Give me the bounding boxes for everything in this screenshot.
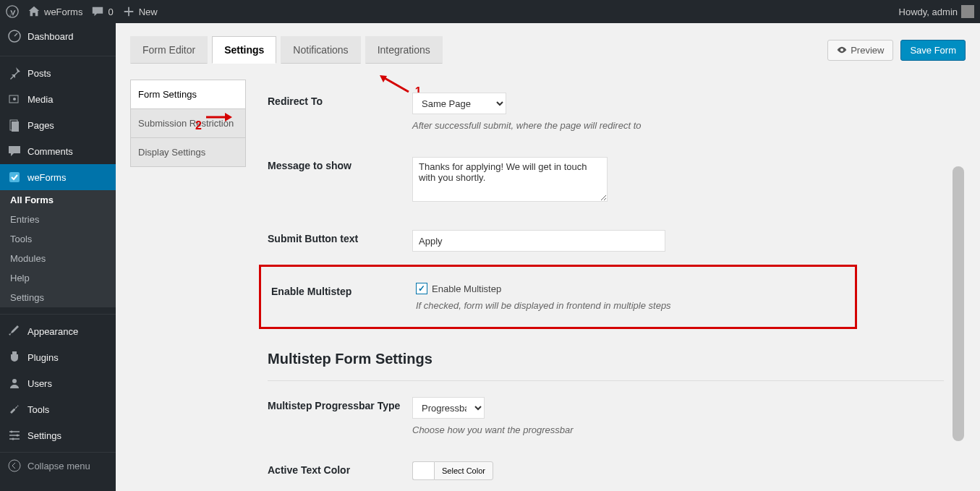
svg-point-7 [12,379,17,383]
message-textarea[interactable]: Thanks for applying! We will get in touc… [412,157,608,202]
site-home-link[interactable]: weForms [27,5,82,18]
progressbar-type-label: Multistep Progressbar Type [268,397,412,411]
dashboard-icon [7,29,22,43]
multistep-heading: Multistep Form Settings [268,329,944,381]
speech-icon [91,5,104,18]
save-form-button[interactable]: Save Form [900,40,966,61]
redirect-to-select[interactable]: Same Page [412,93,506,114]
pages-icon [7,118,22,132]
sidebar-sub-all-forms[interactable]: All Forms [0,190,116,210]
svg-point-10 [12,438,14,440]
preview-button[interactable]: Preview [827,40,893,61]
tab-notifications[interactable]: Notifications [281,36,360,64]
avatar [961,5,974,18]
svg-point-3 [13,98,16,101]
admin-bar: weForms 0 New Howdy, admin [0,0,980,23]
highlight-enable-multistep: Enable Multistep Enable Multistep If che… [259,265,857,329]
tab-integrations[interactable]: Integrations [365,36,443,64]
progressbar-type-desc: Choose how you want the progressbar [412,424,944,435]
svg-rect-6 [9,172,20,182]
message-label: Message to show [268,157,412,171]
svg-point-11 [9,460,20,471]
sidebar-item-users[interactable]: Users [0,370,116,396]
sidebar-sub-entries[interactable]: Entries [0,210,116,229]
active-text-color-label: Active Text Color [268,461,412,476]
editor-tabs: Form Editor Settings Notifications Integ… [130,36,443,64]
admin-sidebar: Dashboard Posts Media Pages Comments weF… [0,23,116,491]
wordpress-icon [6,5,19,18]
comments-icon [7,144,22,158]
svg-rect-5 [12,121,19,132]
form-settings-panel: Redirect To Same Page After successfull … [246,80,966,484]
sidebar-item-appearance[interactable]: Appearance [0,318,116,344]
color-swatch[interactable] [412,461,434,480]
plug-icon [7,350,22,364]
sidebar-sub-tools[interactable]: Tools [0,229,116,249]
sidebar-item-posts[interactable]: Posts [0,60,116,86]
sidebar-item-weforms[interactable]: weForms [0,164,116,190]
howdy-user[interactable]: Howdy, admin [899,5,974,18]
enable-multistep-checkbox[interactable] [416,283,427,294]
wrench-icon [7,402,22,417]
sidebar-item-media[interactable]: Media [0,86,116,112]
enable-multistep-check-label: Enable Multistep [432,283,501,294]
svg-point-8 [11,431,13,433]
progressbar-type-select[interactable]: Progressbar [412,397,485,419]
sidebar-sub-modules[interactable]: Modules [0,249,116,268]
home-icon [27,5,41,18]
weforms-icon [7,170,22,184]
tab-settings[interactable]: Settings [212,36,276,64]
sidebar-item-pages[interactable]: Pages [0,112,116,138]
pin-icon [7,66,22,80]
new-content-link[interactable]: New [122,5,158,18]
sliders-icon [7,428,22,443]
media-icon [7,92,22,106]
sidebar-item-tools[interactable]: Tools [0,396,116,422]
brush-icon [7,324,22,338]
comments-link[interactable]: 0 [91,5,113,18]
wp-logo[interactable] [6,5,19,18]
sidebar-sub-settings[interactable]: Settings [0,288,116,307]
main-content: 1 2 Form Editor Settings Notifications I… [116,23,980,491]
submit-text-input[interactable] [412,230,665,252]
sidebar-item-comments[interactable]: Comments [0,138,116,164]
svg-point-9 [17,435,19,437]
users-icon [7,376,22,390]
redirect-to-desc: After successfull submit, where the page… [412,120,944,131]
sidebar-sub-help[interactable]: Help [0,268,116,288]
collapse-menu[interactable]: Collapse menu [0,452,116,479]
svg-point-0 [7,6,18,17]
enable-multistep-desc: If checked, form will be displayed in fr… [416,300,845,311]
eye-icon [837,45,847,55]
side-tab-submission-restriction[interactable]: Submission Restriction [130,108,246,137]
collapse-icon [7,458,22,473]
enable-multistep-label: Enable Multistep [271,283,416,297]
sidebar-item-settings[interactable]: Settings [0,422,116,448]
select-color-button[interactable]: Select Color [434,461,493,480]
settings-side-tabs: Form Settings Submission Restriction Dis… [130,80,246,484]
sidebar-item-dashboard[interactable]: Dashboard [0,23,116,49]
plus-icon [122,5,135,18]
side-tab-form-settings[interactable]: Form Settings [130,80,246,108]
redirect-to-label: Redirect To [268,93,412,107]
submit-text-label: Submit Button text [268,230,412,244]
tab-form-editor[interactable]: Form Editor [130,36,208,64]
sidebar-item-plugins[interactable]: Plugins [0,344,116,370]
side-tab-display-settings[interactable]: Display Settings [130,137,246,167]
scrollbar[interactable] [953,166,964,441]
